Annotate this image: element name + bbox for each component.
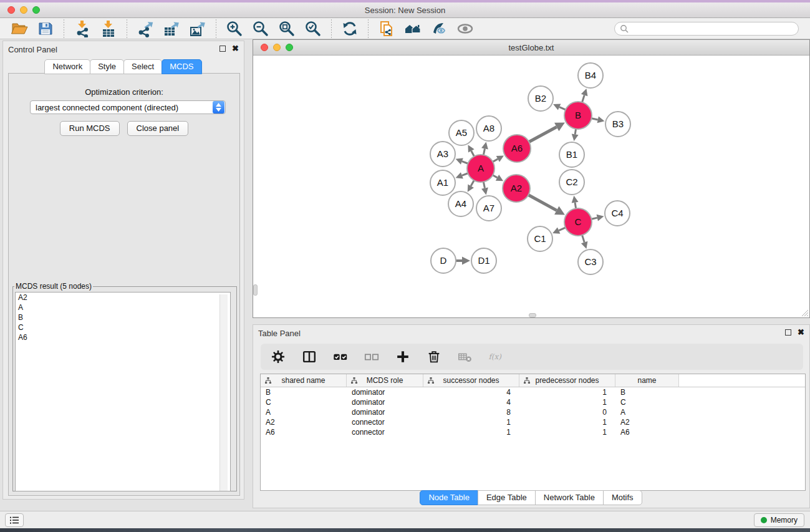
table-cell[interactable]: 8 <box>423 407 519 417</box>
table-cell[interactable]: 1 <box>519 427 615 437</box>
mcds-result-item[interactable]: A <box>16 302 230 312</box>
table-tab-network-table[interactable]: Network Table <box>535 490 604 505</box>
float-panel-icon[interactable] <box>219 46 226 52</box>
control-tab-network[interactable]: Network <box>44 59 90 74</box>
graph-edge-A2-C[interactable] <box>528 195 556 211</box>
table-row[interactable]: Bdominator41B <box>261 387 805 397</box>
graph-edge-C-C3[interactable] <box>582 235 585 243</box>
graph-edge-A-A5[interactable] <box>471 151 475 157</box>
column-header-successor-nodes[interactable]: successor nodes <box>423 374 519 387</box>
zoom-in-icon[interactable] <box>225 19 244 38</box>
table-cell[interactable]: A <box>615 407 679 417</box>
table-cell[interactable]: 1 <box>423 417 519 427</box>
table-cell[interactable]: C <box>615 397 679 407</box>
duplicate-network-icon[interactable] <box>377 19 396 38</box>
table-row[interactable]: A2connector11A2 <box>261 417 805 427</box>
close-panel-icon[interactable]: ✖ <box>232 46 239 52</box>
table-cell[interactable]: A2 <box>615 417 679 427</box>
mcds-result-item[interactable]: C <box>16 322 230 332</box>
graph-edge-A-A2[interactable] <box>493 175 497 178</box>
mcds-result-item[interactable]: B <box>16 312 230 322</box>
close-table-panel-icon[interactable]: ✖ <box>798 329 804 336</box>
open-session-icon[interactable] <box>10 19 29 38</box>
close-panel-button[interactable]: Close panel <box>127 121 189 136</box>
zoom-out-icon[interactable] <box>251 19 270 38</box>
import-table-icon[interactable] <box>99 19 118 38</box>
graph-edge-B-B3[interactable] <box>591 118 597 120</box>
search-input[interactable] <box>629 24 793 33</box>
graph-edge-C-C1[interactable] <box>559 228 566 231</box>
column-header-predecessor-nodes[interactable]: predecessor nodes <box>519 374 615 387</box>
show-all-networks-icon[interactable] <box>403 19 422 38</box>
table-cell[interactable]: A2 <box>261 417 347 427</box>
column-header-MCDS-role[interactable]: MCDS role <box>347 374 423 387</box>
table-cell[interactable]: 1 <box>423 427 519 437</box>
hide-panels-icon[interactable] <box>456 19 475 38</box>
table-cell[interactable]: B <box>261 387 347 397</box>
export-table-icon[interactable] <box>162 19 181 38</box>
mcds-result-item[interactable]: A6 <box>16 332 230 342</box>
graph-edge-A-A4[interactable] <box>471 180 474 186</box>
table-cell[interactable]: dominator <box>347 397 423 407</box>
column-header-shared-name[interactable]: shared name <box>261 374 347 387</box>
mcds-result-list[interactable]: A2ABCA6 <box>15 292 231 491</box>
search-field[interactable] <box>614 22 799 36</box>
table-cell[interactable]: 1 <box>519 397 615 407</box>
resize-grip-icon[interactable] <box>800 308 809 317</box>
export-image-icon[interactable] <box>188 19 207 38</box>
show-columns-icon[interactable] <box>301 348 318 365</box>
table-row[interactable]: Adominator80A <box>261 407 805 417</box>
apply-preferred-layout-icon[interactable] <box>340 19 359 38</box>
float-table-panel-icon[interactable] <box>785 329 791 336</box>
network-canvas[interactable]: B4B2BB3A8A5A6A3B1AA1C2A2A4A7C4CC1DD1C3 <box>253 56 809 317</box>
mcds-result-item[interactable]: A2 <box>16 293 230 302</box>
table-cell[interactable]: 4 <box>423 387 519 397</box>
graph-edge-C-C2[interactable] <box>575 203 576 209</box>
table-settings-icon[interactable] <box>269 348 287 365</box>
table-cell[interactable]: A <box>261 407 347 417</box>
vertical-scroll-thumb[interactable] <box>253 284 258 296</box>
table-cell[interactable]: 0 <box>519 407 615 417</box>
mcds-list-scrollbar[interactable] <box>219 294 228 491</box>
save-session-icon[interactable] <box>36 19 55 38</box>
table-cell[interactable]: C <box>261 397 347 407</box>
graph-edge-A-A1[interactable] <box>462 173 468 176</box>
table-cell[interactable]: 4 <box>423 397 519 407</box>
control-tab-mcds[interactable]: MCDS <box>162 59 201 74</box>
horizontal-scroll-thumb[interactable] <box>529 313 536 317</box>
status-menu-button[interactable] <box>5 513 24 527</box>
table-row[interactable]: A6connector11A6 <box>261 427 805 437</box>
import-network-icon[interactable] <box>73 19 92 38</box>
delete-column-icon[interactable] <box>425 348 443 365</box>
add-column-icon[interactable] <box>394 348 412 365</box>
table-cell[interactable]: dominator <box>347 387 423 397</box>
optimization-criterion-select[interactable]: largest connected component (directed) <box>30 100 226 114</box>
table-cell[interactable]: B <box>615 387 679 397</box>
graph-edge-B-B1[interactable] <box>575 129 576 135</box>
graph-edge-B-B2[interactable] <box>559 107 566 110</box>
table-cell[interactable]: A6 <box>615 427 679 437</box>
run-mcds-button[interactable]: Run MCDS <box>60 121 120 136</box>
select-all-rows-icon[interactable] <box>332 348 349 365</box>
graph-edge-A-A6[interactable] <box>493 159 498 162</box>
graph-edge-A-A3[interactable] <box>462 162 468 164</box>
table-tab-node-table[interactable]: Node Table <box>420 490 478 505</box>
zoom-fit-icon[interactable] <box>277 19 296 38</box>
graph-edge-A-A8[interactable] <box>483 148 485 155</box>
toggle-graphics-details-icon[interactable] <box>430 19 448 38</box>
deselect-all-rows-icon[interactable] <box>363 348 380 365</box>
table-row[interactable]: Cdominator41C <box>261 397 805 407</box>
graph-edge-B-B4[interactable] <box>582 95 585 102</box>
table-tab-motifs[interactable]: Motifs <box>603 490 642 505</box>
table-cell[interactable]: connector <box>347 427 423 437</box>
memory-button[interactable]: Memory <box>754 513 804 527</box>
table-cell[interactable]: dominator <box>347 407 423 417</box>
zoom-selected-icon[interactable] <box>304 19 322 38</box>
table-cell[interactable]: 1 <box>519 387 615 397</box>
graph-edge-A6-B[interactable] <box>529 127 556 142</box>
graph-edge-C-C4[interactable] <box>591 218 597 219</box>
table-cell[interactable]: 1 <box>519 417 615 427</box>
table-cell[interactable]: A6 <box>261 427 347 437</box>
graph-edge-A-A7[interactable] <box>483 182 485 188</box>
export-network-icon[interactable] <box>136 19 155 38</box>
